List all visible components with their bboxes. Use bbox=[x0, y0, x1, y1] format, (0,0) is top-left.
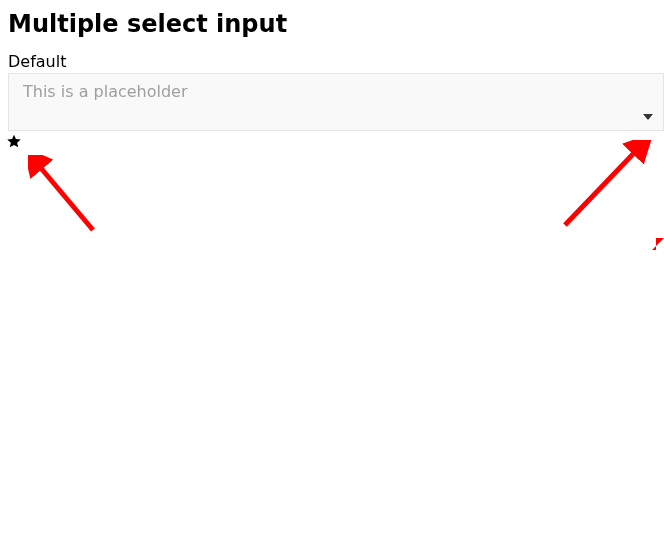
star-icon bbox=[0, 131, 664, 149]
multi-select-placeholder: This is a placeholder bbox=[23, 82, 188, 103]
annotation-arrow-left bbox=[28, 155, 108, 245]
page-title: Multiple select input bbox=[0, 0, 664, 52]
multi-select-input[interactable]: This is a placeholder bbox=[8, 73, 664, 131]
annotation-arrow-far-right bbox=[650, 236, 664, 256]
svg-line-1 bbox=[565, 152, 635, 225]
svg-line-0 bbox=[40, 167, 93, 230]
dropdown-caret-icon bbox=[643, 114, 653, 120]
annotation-arrow-right bbox=[555, 140, 655, 240]
field-label: Default bbox=[0, 52, 664, 73]
